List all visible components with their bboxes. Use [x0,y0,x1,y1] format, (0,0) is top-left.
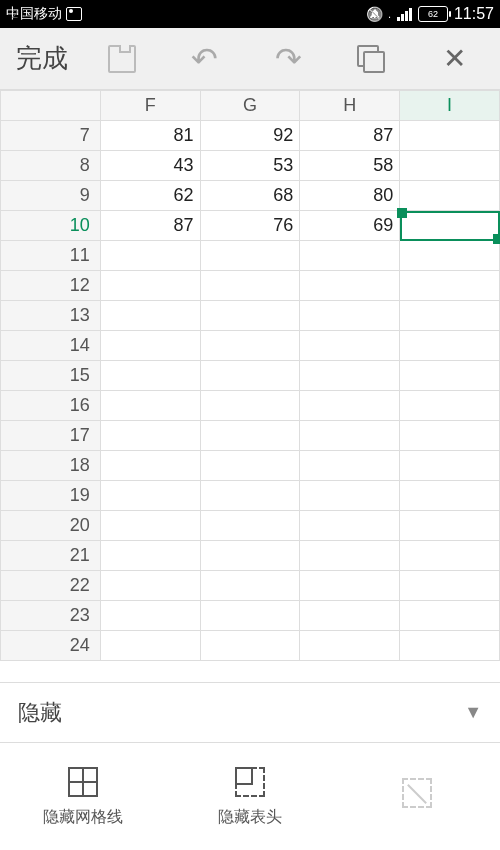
cell-H18[interactable] [300,451,400,481]
col-header-F[interactable]: F [100,91,200,121]
cell-F14[interactable] [100,331,200,361]
cell-H15[interactable] [300,361,400,391]
cell-F15[interactable] [100,361,200,391]
crop-button[interactable] [333,743,500,850]
cell-G12[interactable] [200,271,300,301]
cell-H10[interactable]: 69 [300,211,400,241]
col-header-G[interactable]: G [200,91,300,121]
cell-G22[interactable] [200,571,300,601]
cell-F12[interactable] [100,271,200,301]
row-header-15[interactable]: 15 [1,361,101,391]
cell-G16[interactable] [200,391,300,421]
cell-H16[interactable] [300,391,400,421]
undo-button[interactable]: ↶ [167,28,242,89]
cell-H13[interactable] [300,301,400,331]
cell-I10[interactable] [400,211,500,241]
cell-F22[interactable] [100,571,200,601]
cell-F17[interactable] [100,421,200,451]
row-header-23[interactable]: 23 [1,601,101,631]
cell-G15[interactable] [200,361,300,391]
cell-F11[interactable] [100,241,200,271]
cell-I18[interactable] [400,451,500,481]
cell-I13[interactable] [400,301,500,331]
cell-G14[interactable] [200,331,300,361]
cell-I16[interactable] [400,391,500,421]
row-header-7[interactable]: 7 [1,121,101,151]
spreadsheet[interactable]: FGHI781928784353589626880108776691112131… [0,90,500,661]
cell-G8[interactable]: 53 [200,151,300,181]
row-header-12[interactable]: 12 [1,271,101,301]
row-header-16[interactable]: 16 [1,391,101,421]
cell-H22[interactable] [300,571,400,601]
cell-I15[interactable] [400,361,500,391]
redo-button[interactable]: ↷ [250,28,325,89]
cell-H14[interactable] [300,331,400,361]
cell-F9[interactable]: 62 [100,181,200,211]
row-header-21[interactable]: 21 [1,541,101,571]
cell-I14[interactable] [400,331,500,361]
cell-F24[interactable] [100,631,200,661]
cell-F19[interactable] [100,481,200,511]
done-button[interactable]: 完成 [8,41,76,76]
row-header-11[interactable]: 11 [1,241,101,271]
cell-G10[interactable]: 76 [200,211,300,241]
col-header-I[interactable]: I [400,91,500,121]
cell-G7[interactable]: 92 [200,121,300,151]
hide-gridlines-button[interactable]: 隐藏网格线 [0,743,167,850]
cell-I19[interactable] [400,481,500,511]
cell-I24[interactable] [400,631,500,661]
cell-H21[interactable] [300,541,400,571]
cell-H9[interactable]: 80 [300,181,400,211]
cell-I20[interactable] [400,511,500,541]
cell-I7[interactable] [400,121,500,151]
cell-H11[interactable] [300,241,400,271]
close-button[interactable]: ✕ [417,28,492,89]
cell-H23[interactable] [300,601,400,631]
cell-I9[interactable] [400,181,500,211]
row-header-8[interactable]: 8 [1,151,101,181]
cell-G17[interactable] [200,421,300,451]
cell-H20[interactable] [300,511,400,541]
row-header-17[interactable]: 17 [1,421,101,451]
col-header-H[interactable]: H [300,91,400,121]
row-header-9[interactable]: 9 [1,181,101,211]
cell-F8[interactable]: 43 [100,151,200,181]
copy-button[interactable]: 2 [334,28,409,89]
cell-H19[interactable] [300,481,400,511]
cell-F13[interactable] [100,301,200,331]
cell-F16[interactable] [100,391,200,421]
cell-F18[interactable] [100,451,200,481]
save-button[interactable] [84,28,159,89]
row-header-13[interactable]: 13 [1,301,101,331]
cell-G9[interactable]: 68 [200,181,300,211]
hide-panel[interactable]: 隐藏 ▼ [0,682,500,742]
corner-cell[interactable] [1,91,101,121]
cell-G20[interactable] [200,511,300,541]
cell-G24[interactable] [200,631,300,661]
cell-H7[interactable]: 87 [300,121,400,151]
cell-I23[interactable] [400,601,500,631]
cell-G11[interactable] [200,241,300,271]
cell-I22[interactable] [400,571,500,601]
hide-header-button[interactable]: 隐藏表头 [167,743,334,850]
cell-I17[interactable] [400,421,500,451]
cell-G23[interactable] [200,601,300,631]
cell-G21[interactable] [200,541,300,571]
cell-G19[interactable] [200,481,300,511]
cell-F21[interactable] [100,541,200,571]
row-header-10[interactable]: 10 [1,211,101,241]
row-header-18[interactable]: 18 [1,451,101,481]
row-header-14[interactable]: 14 [1,331,101,361]
cell-F7[interactable]: 81 [100,121,200,151]
cell-I8[interactable] [400,151,500,181]
cell-I21[interactable] [400,541,500,571]
row-header-24[interactable]: 24 [1,631,101,661]
cell-G18[interactable] [200,451,300,481]
row-header-22[interactable]: 22 [1,571,101,601]
cell-I12[interactable] [400,271,500,301]
cell-F23[interactable] [100,601,200,631]
cell-H8[interactable]: 58 [300,151,400,181]
cell-F20[interactable] [100,511,200,541]
row-header-19[interactable]: 19 [1,481,101,511]
cell-H17[interactable] [300,421,400,451]
